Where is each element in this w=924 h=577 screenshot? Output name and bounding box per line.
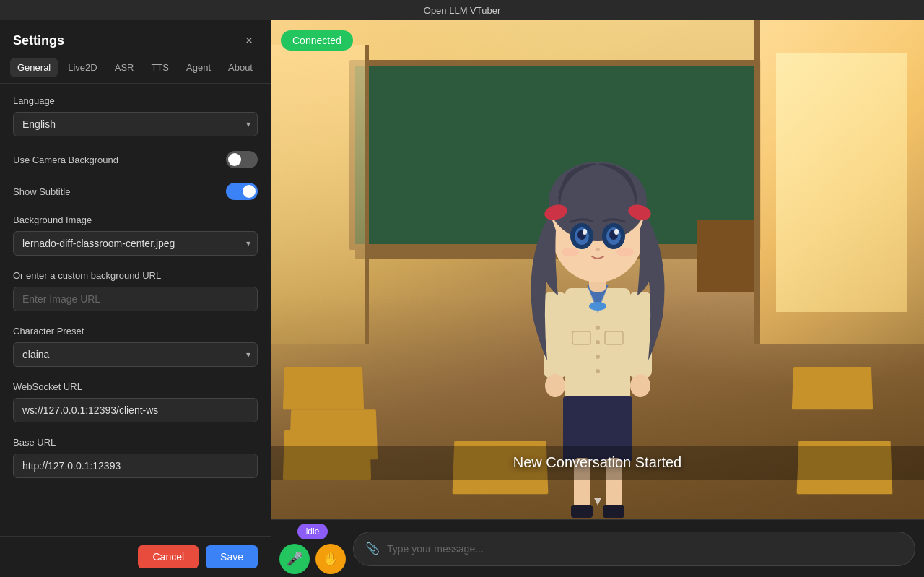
language-label: Language — [13, 95, 258, 106]
tab-tts[interactable]: TTS — [144, 58, 176, 77]
svg-point-27 — [616, 248, 634, 256]
tab-agent[interactable]: Agent — [179, 58, 218, 77]
window-left — [271, 45, 369, 345]
svg-rect-10 — [629, 292, 652, 378]
main-area: Settings × General Live2D ASR TTS Agent … — [0, 20, 924, 577]
custom-url-label: Or enter a custom background URL — [13, 270, 258, 281]
settings-panel: Settings × General Live2D ASR TTS Agent … — [0, 20, 271, 577]
svg-point-3 — [589, 302, 606, 311]
save-button[interactable]: Save — [206, 545, 258, 568]
desk-6 — [791, 367, 872, 409]
svg-rect-8 — [603, 505, 624, 518]
custom-url-input[interactable] — [13, 287, 258, 311]
svg-rect-7 — [571, 505, 593, 518]
websocket-url-group: WebSocket URL — [13, 381, 258, 422]
attachment-icon: 📎 — [365, 542, 380, 555]
tab-live2d[interactable]: Live2D — [61, 58, 104, 77]
app-title: Open LLM VTuber — [424, 5, 500, 16]
cancel-button[interactable]: Cancel — [138, 545, 199, 568]
camera-background-label: Use Camera Background — [13, 155, 118, 165]
bottom-bar: idle 🎤 ✋ 📎 — [271, 519, 924, 577]
vtuber-viewport: Connected New Conversation Started ▾ — [271, 20, 924, 519]
bottom-controls: idle 🎤 ✋ — [279, 524, 346, 574]
websocket-url-input[interactable] — [13, 398, 258, 422]
idle-badge: idle — [297, 524, 328, 539]
show-subtitle-row: Show Subtitle — [13, 183, 258, 200]
background-image-label: Background Image — [13, 214, 258, 225]
title-bar: Open LLM VTuber — [0, 0, 924, 20]
custom-url-group: Or enter a custom background URL — [13, 270, 258, 311]
vtuber-area: Connected New Conversation Started ▾ idl… — [271, 20, 924, 577]
hand-button[interactable]: ✋ — [315, 544, 346, 574]
classroom-background — [271, 20, 924, 519]
settings-content: Language English Chinese Japanese Korean… — [0, 84, 271, 536]
bookshelf — [697, 220, 754, 292]
character-preset-group: Character Preset elaina default — [13, 326, 258, 367]
base-url-label: Base URL — [13, 437, 258, 448]
message-input[interactable] — [387, 543, 903, 555]
svg-point-24 — [583, 229, 587, 235]
svg-point-32 — [596, 369, 600, 373]
svg-point-11 — [545, 374, 565, 397]
window-right — [754, 20, 924, 344]
camera-background-toggle[interactable] — [226, 151, 258, 168]
settings-title: Settings — [13, 33, 64, 48]
chevron-down-icon: ▾ — [594, 492, 601, 509]
background-image-select[interactable]: lernado-diff-classroom-center.jpeg custo… — [13, 231, 258, 256]
close-button[interactable]: × — [240, 32, 258, 49]
svg-rect-9 — [544, 292, 567, 378]
character-preset-select[interactable]: elaina default — [13, 342, 258, 367]
svg-point-30 — [596, 340, 600, 344]
connected-badge: Connected — [281, 30, 353, 51]
svg-point-28 — [596, 248, 600, 251]
svg-point-15 — [549, 162, 647, 241]
websocket-url-label: WebSocket URL — [13, 381, 258, 392]
language-select-wrapper: English Chinese Japanese Korean — [13, 112, 258, 136]
background-image-group: Background Image lernado-diff-classroom-… — [13, 214, 258, 256]
svg-point-29 — [596, 326, 600, 330]
bottom-icons: 🎤 ✋ — [279, 544, 346, 574]
tab-general[interactable]: General — [10, 58, 58, 77]
tab-asr[interactable]: ASR — [108, 58, 141, 77]
svg-point-31 — [596, 355, 600, 359]
character-preset-select-wrapper: elaina default — [13, 342, 258, 367]
svg-point-26 — [562, 248, 579, 256]
base-url-input[interactable] — [13, 454, 258, 478]
settings-tabs: General Live2D ASR TTS Agent About — [0, 58, 271, 84]
conversation-banner: New Conversation Started — [271, 446, 924, 480]
svg-point-12 — [630, 374, 650, 397]
language-select[interactable]: English Chinese Japanese Korean — [13, 112, 258, 136]
desk-5 — [283, 367, 364, 409]
settings-footer: Cancel Save — [0, 536, 271, 577]
background-image-select-wrapper: lernado-diff-classroom-center.jpeg custo… — [13, 231, 258, 256]
character-preset-label: Character Preset — [13, 326, 258, 337]
svg-point-25 — [614, 229, 619, 235]
settings-header: Settings × — [0, 20, 271, 58]
camera-background-row: Use Camera Background — [13, 151, 258, 168]
microphone-button[interactable]: 🎤 — [279, 544, 310, 574]
show-subtitle-label: Show Subtitle — [13, 186, 71, 197]
language-group: Language English Chinese Japanese Korean — [13, 95, 258, 136]
show-subtitle-toggle[interactable] — [226, 183, 258, 200]
message-input-wrapper: 📎 — [353, 532, 915, 566]
base-url-group: Base URL — [13, 437, 258, 478]
tab-about[interactable]: About — [221, 58, 260, 77]
